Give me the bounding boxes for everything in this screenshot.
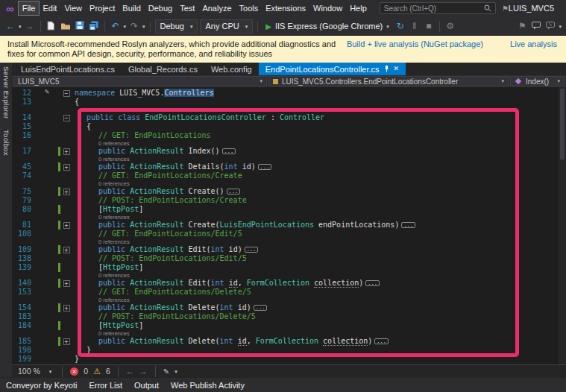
fold-marker[interactable]: + bbox=[63, 164, 70, 171]
error-icon[interactable]: ✕ bbox=[70, 367, 78, 376]
save-icon[interactable] bbox=[74, 21, 86, 31]
codelens-row[interactable]: 0 references bbox=[12, 272, 566, 279]
code-line-184[interactable]: 184[HttpPost] bbox=[12, 321, 566, 330]
code-line-153[interactable]: 153// GET: EndPointLocations/Delete/5 bbox=[12, 288, 566, 297]
code-line-74[interactable]: 74// GET: EndPointLocations/Create bbox=[12, 171, 566, 180]
document-tab-endpointlocationscontroller-cs[interactable]: EndPointLocationsController.cs✕ bbox=[259, 63, 406, 75]
collapsed-region-box[interactable]: ... bbox=[365, 280, 380, 286]
codelens-row[interactable]: 0 references bbox=[12, 214, 566, 221]
code-line-14[interactable]: 14−public class EndPointLocationsControl… bbox=[12, 113, 566, 122]
code-line-199[interactable]: 199} bbox=[12, 355, 566, 364]
codelens-row[interactable]: 0 references bbox=[12, 330, 566, 337]
menu-item-file[interactable]: File bbox=[19, 1, 40, 15]
collapsed-region-box[interactable]: ... bbox=[254, 305, 268, 311]
codelens-references[interactable]: 0 references bbox=[72, 156, 130, 162]
code-line-185[interactable]: 185+public ActionResult Delete(int id, F… bbox=[12, 337, 566, 346]
code-line-108[interactable]: 108// GET: EndPointLocations/Edit/5 bbox=[12, 230, 566, 238]
undo-icon[interactable]: ↶ bbox=[110, 22, 122, 31]
code-line-17[interactable]: 17+public ActionResult Index()... bbox=[12, 147, 566, 156]
code-line-183[interactable]: 183// POST: EndPointLocations/Delete/5 bbox=[12, 312, 566, 321]
side-tab-toolbox[interactable]: Toolbox bbox=[2, 130, 10, 156]
breadcrumb-member-dropdown[interactable]: Index() ▾ bbox=[510, 76, 565, 86]
collapsed-region-box[interactable]: ... bbox=[258, 164, 272, 170]
redo-dropdown-icon[interactable]: ▾ bbox=[142, 24, 145, 29]
collapsed-region-box[interactable]: ... bbox=[227, 189, 241, 195]
code-line-154[interactable]: 154+public ActionResult Delete(int id)..… bbox=[12, 303, 566, 312]
fold-marker[interactable]: − bbox=[63, 115, 70, 121]
new-file-icon[interactable] bbox=[45, 21, 57, 32]
fold-marker[interactable]: − bbox=[63, 90, 70, 97]
stop-icon[interactable]: ■ bbox=[423, 22, 435, 31]
codelens-row[interactable]: 0 references bbox=[12, 238, 566, 245]
codelens-references[interactable]: 0 references bbox=[72, 107, 118, 113]
bottom-tab-web-publish-activity[interactable]: Web Publish Activity bbox=[171, 381, 245, 390]
collapsed-region-box[interactable]: ... bbox=[401, 222, 415, 228]
codelens-row[interactable]: 0 references bbox=[12, 140, 566, 147]
menu-item-tools[interactable]: Tools bbox=[236, 1, 262, 15]
error-count[interactable]: 0 bbox=[84, 367, 88, 376]
code-line-13[interactable]: 13{ bbox=[12, 98, 566, 107]
solution-configurations-dropdown[interactable]: Debug▾ bbox=[155, 19, 198, 34]
menu-item-project[interactable]: Project bbox=[86, 1, 119, 15]
navigate-forward-icon[interactable]: → bbox=[139, 367, 148, 376]
code-line-139[interactable]: 139[HttpPost] bbox=[12, 263, 566, 272]
code-line-45[interactable]: 45+public ActionResult Details(int id)..… bbox=[12, 162, 566, 171]
open-folder-icon[interactable] bbox=[60, 22, 72, 31]
build-live-analysis-link[interactable]: Build + live analysis (NuGet package) bbox=[347, 39, 483, 48]
navigate-backward-icon[interactable]: ← bbox=[126, 367, 134, 376]
menu-item-extensions[interactable]: Extensions bbox=[262, 1, 309, 15]
redo-icon[interactable]: ↷ bbox=[128, 22, 140, 31]
collapsed-region-box[interactable]: ... bbox=[245, 247, 259, 253]
document-tab-global-records-cs[interactable]: Global_Records.cs bbox=[122, 63, 204, 75]
breadcrumb-project-dropdown[interactable]: LUIS_MVC5 ▾ bbox=[13, 76, 267, 86]
scrollbar-thumb[interactable] bbox=[560, 89, 565, 159]
warning-icon[interactable]: ⚠ bbox=[93, 367, 101, 376]
fold-marker[interactable]: + bbox=[63, 247, 70, 253]
pencil-icon[interactable]: ✎ bbox=[163, 367, 169, 376]
fold-marker[interactable]: + bbox=[63, 280, 70, 287]
close-icon[interactable]: ✕ bbox=[394, 66, 400, 72]
warning-count[interactable]: 6 bbox=[106, 367, 110, 376]
code-line-79[interactable]: 79// POST: EndPointLocations/Create bbox=[12, 196, 566, 205]
fold-marker[interactable]: + bbox=[63, 305, 70, 312]
codelens-references[interactable]: 0 references bbox=[72, 272, 130, 279]
code-line-80[interactable]: 80[HttpPost] bbox=[12, 205, 566, 214]
navigate-forward-icon[interactable]: → bbox=[24, 22, 36, 31]
menu-item-window[interactable]: Window bbox=[309, 1, 346, 15]
vertical-scrollbar[interactable] bbox=[559, 87, 566, 364]
code-line-75[interactable]: 75+public ActionResult Create()... bbox=[12, 187, 566, 196]
codelens-references[interactable]: 0 references bbox=[72, 180, 130, 187]
code-editor[interactable]: 12−namespace LUIS_MVC5.Controllers13{0 r… bbox=[12, 87, 566, 364]
bottom-tab-output[interactable]: Output bbox=[134, 381, 159, 390]
search-input[interactable]: Search (Ctrl+Q) bbox=[380, 2, 496, 14]
chevron-down-icon[interactable]: ▾ bbox=[174, 369, 177, 374]
code-line-16[interactable]: 16// GET: EndPointLocations bbox=[12, 131, 566, 140]
code-line-109[interactable]: 109+public ActionResult Edit(int id)... bbox=[12, 245, 566, 254]
code-line-81[interactable]: 81+public ActionResult Create(LuisEndPoi… bbox=[12, 221, 566, 230]
codelens-references[interactable]: 0 references bbox=[72, 330, 130, 337]
collapsed-region-box[interactable]: ... bbox=[374, 338, 389, 344]
codelens-row[interactable]: 0 references bbox=[12, 180, 566, 187]
hot-reload-icon[interactable]: ↻ bbox=[394, 22, 406, 31]
menu-item-debug[interactable]: Debug bbox=[145, 1, 176, 15]
bottom-tab-error-list[interactable]: Error List bbox=[89, 381, 122, 390]
code-line-198[interactable]: 198} bbox=[12, 346, 566, 355]
pin-icon[interactable] bbox=[384, 66, 389, 72]
zoom-dropdown[interactable]: 100 % ▾ bbox=[15, 367, 54, 376]
fold-marker[interactable]: + bbox=[63, 222, 70, 229]
bottom-tab-conveyor-by-keyoti[interactable]: Conveyor by Keyoti bbox=[6, 381, 77, 390]
comment-icon[interactable] bbox=[530, 22, 542, 31]
codelens-references[interactable]: 0 references bbox=[72, 238, 130, 245]
code-line-15[interactable]: 15{ bbox=[12, 122, 566, 131]
breadcrumb-type-dropdown[interactable]: LUIS_MVC5.Controllers.EndPointLocationsC… bbox=[268, 76, 509, 86]
save-all-icon[interactable] bbox=[88, 21, 100, 32]
collapsed-region-box[interactable]: ... bbox=[222, 148, 236, 154]
code-line-140[interactable]: 140+public ActionResult Edit(int id, For… bbox=[12, 279, 566, 288]
codelens-row[interactable]: 0 references bbox=[12, 107, 566, 113]
bookmark-icon[interactable]: ⚑ bbox=[516, 22, 528, 31]
menu-item-view[interactable]: View bbox=[60, 1, 86, 15]
solution-platforms-dropdown[interactable]: Any CPU▾ bbox=[200, 19, 253, 34]
codelens-row[interactable]: 0 references bbox=[12, 156, 566, 162]
fold-marker[interactable]: + bbox=[63, 189, 70, 195]
live-analysis-link[interactable]: Live analysis bbox=[510, 39, 557, 48]
